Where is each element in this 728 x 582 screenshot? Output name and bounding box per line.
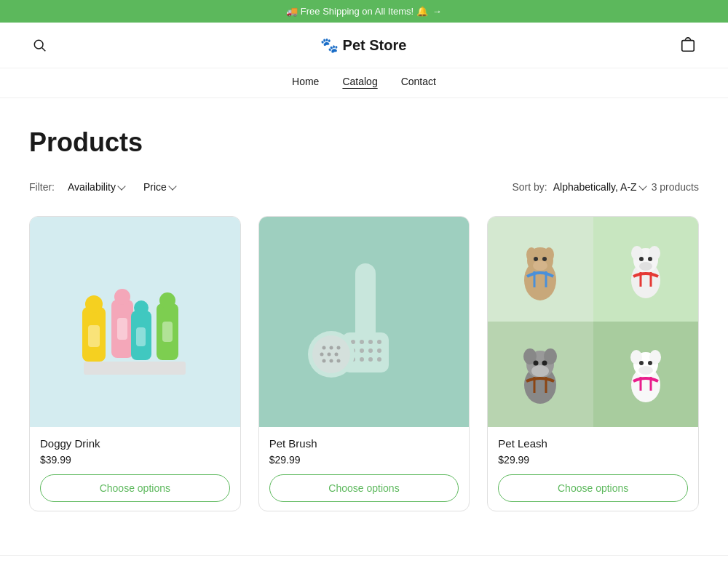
product-name-pet-leash: Pet Leash: [498, 437, 688, 450]
product-price-pet-leash: $29.99: [498, 454, 688, 466]
svg-point-25: [377, 348, 381, 353]
product-card-doggy-drink: Doggy Drink $39.99 Choose options: [29, 216, 241, 511]
svg-point-28: [368, 357, 373, 362]
logo-paw: 🐾: [320, 36, 339, 54]
cart-button[interactable]: [677, 34, 699, 56]
chevron-down-icon: [168, 182, 176, 190]
product-price-pet-brush: $29.99: [269, 454, 459, 466]
product-grid: Doggy Drink $39.99 Choose options: [29, 216, 699, 511]
svg-rect-2: [682, 41, 695, 52]
svg-point-31: [312, 335, 350, 373]
svg-point-73: [639, 361, 644, 365]
footer: Home Catalog FAQ Contact Search Subscrib…: [0, 555, 728, 582]
product-price-doggy-drink: $39.99: [40, 454, 230, 466]
svg-point-14: [159, 292, 175, 308]
svg-point-24: [368, 348, 373, 353]
nav-contact[interactable]: Contact: [401, 76, 436, 87]
header-right-icons: [677, 34, 699, 56]
header-left-icons: [29, 35, 50, 55]
header: 🐾 Pet Store: [0, 23, 728, 68]
svg-point-33: [329, 346, 333, 350]
announcement-arrow: →: [432, 6, 442, 17]
svg-rect-12: [136, 327, 146, 346]
svg-point-56: [639, 262, 652, 271]
product-image-doggy-drink: [30, 217, 240, 427]
product-card-pet-brush: Pet Brush $29.99 Choose options: [258, 216, 470, 511]
svg-point-8: [114, 289, 130, 305]
nav-home[interactable]: Home: [292, 76, 319, 87]
svg-point-40: [336, 359, 340, 363]
filter-label: Filter:: [29, 181, 55, 193]
svg-point-27: [360, 357, 364, 362]
product-info-pet-leash: Pet Leash $29.99 Choose options: [488, 427, 698, 511]
main-content: Products Filter: Availability Price Sort…: [0, 98, 728, 555]
svg-point-36: [327, 353, 331, 356]
svg-point-45: [534, 257, 538, 261]
site-logo[interactable]: 🐾 Pet Store: [320, 36, 407, 54]
svg-point-38: [322, 359, 325, 363]
svg-line-1: [42, 48, 46, 52]
svg-point-74: [648, 361, 652, 365]
search-button[interactable]: [29, 35, 50, 55]
filter-left: Filter: Availability Price: [29, 178, 181, 196]
announcement-bar: 🚚 Free Shipping on All Items! 🔔 →: [0, 0, 728, 23]
svg-point-39: [329, 359, 333, 363]
sort-label: Sort by:: [512, 181, 547, 193]
svg-point-37: [334, 353, 338, 356]
svg-rect-3: [84, 362, 186, 375]
announcement-text: 🚚 Free Shipping on All Items! 🔔: [286, 6, 428, 17]
svg-rect-15: [162, 322, 173, 342]
chevron-down-icon: [117, 182, 125, 190]
products-count: 3 products: [652, 181, 699, 193]
choose-options-doggy-drink[interactable]: Choose options: [40, 474, 230, 502]
nav-catalog[interactable]: Catalog: [342, 76, 377, 87]
chevron-down-icon: [638, 182, 646, 190]
svg-point-54: [639, 257, 644, 261]
svg-point-72: [638, 366, 653, 375]
svg-point-34: [336, 346, 340, 350]
product-info-pet-brush: Pet Brush $29.99 Choose options: [259, 427, 470, 511]
svg-point-32: [322, 346, 325, 350]
page-title: Products: [29, 127, 699, 158]
choose-options-pet-leash[interactable]: Choose options: [498, 474, 688, 502]
svg-point-29: [377, 357, 381, 362]
svg-point-47: [533, 260, 547, 271]
svg-point-23: [360, 348, 364, 353]
svg-point-11: [134, 300, 149, 315]
logo-text: Pet Store: [343, 37, 407, 54]
svg-point-21: [377, 340, 381, 344]
svg-point-20: [368, 340, 373, 344]
svg-point-5: [85, 295, 103, 313]
svg-rect-9: [117, 318, 127, 340]
product-name-pet-brush: Pet Brush: [269, 437, 459, 450]
availability-filter[interactable]: Availability: [62, 178, 130, 196]
svg-point-0: [34, 40, 43, 49]
svg-point-64: [534, 361, 539, 366]
svg-point-35: [320, 353, 323, 356]
svg-point-63: [531, 365, 549, 377]
product-card-pet-leash: Pet Leash $29.99 Choose options: [487, 216, 699, 511]
svg-point-46: [542, 257, 547, 261]
filter-right: Sort by: Alphabetically, A-Z 3 products: [512, 181, 699, 193]
price-filter[interactable]: Price: [138, 178, 181, 196]
svg-point-55: [648, 257, 652, 261]
filter-bar: Filter: Availability Price Sort by: Alph…: [29, 178, 699, 196]
sort-button[interactable]: Alphabetically, A-Z: [553, 181, 646, 193]
product-image-pet-brush: [259, 217, 470, 427]
svg-rect-6: [88, 325, 100, 347]
choose-options-pet-brush[interactable]: Choose options: [269, 474, 459, 502]
product-image-pet-leash: [488, 217, 698, 427]
svg-point-65: [542, 361, 547, 366]
svg-point-19: [360, 340, 364, 344]
product-name-doggy-drink: Doggy Drink: [40, 437, 230, 450]
svg-rect-16: [355, 263, 376, 343]
product-info-doggy-drink: Doggy Drink $39.99 Choose options: [30, 427, 240, 511]
main-nav: Home Catalog Contact: [0, 68, 728, 98]
